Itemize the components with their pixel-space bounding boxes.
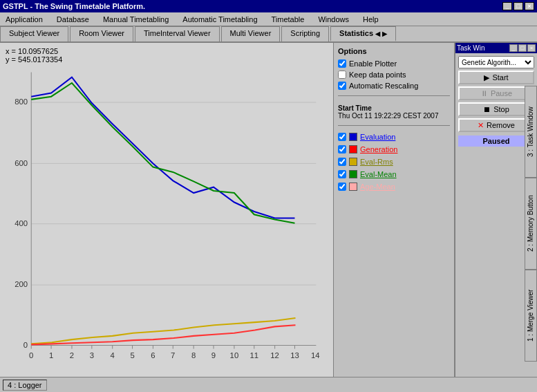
chart-area: x = 10.0957625 y = 545.0173354 — [0, 43, 333, 377]
legend-eval-rms-label[interactable]: Eval-Rms — [360, 158, 393, 166]
svg-text:14: 14 — [311, 351, 320, 360]
legend-eval-rms-checkbox[interactable] — [338, 158, 346, 166]
task-restore-btn[interactable]: □ — [518, 44, 527, 52]
svg-text:9: 9 — [211, 351, 216, 360]
svg-text:0: 0 — [23, 340, 28, 348]
eval-mean-color-box — [349, 170, 357, 178]
minimize-btn[interactable]: _ — [502, 2, 512, 10]
task-minimize-btn[interactable]: _ — [509, 44, 518, 52]
pause-button[interactable]: ⏸ Pause — [458, 86, 534, 100]
svg-text:0: 0 — [29, 351, 33, 360]
legend-generation-checkbox[interactable] — [338, 145, 346, 153]
svg-text:400: 400 — [15, 219, 28, 227]
svg-text:600: 600 — [15, 158, 28, 167]
svg-text:10: 10 — [230, 351, 239, 360]
auto-rescaling-label: Automatic Rescaling — [349, 82, 418, 90]
svg-text:11: 11 — [249, 351, 258, 360]
side-tabs: 3 : Task Window 2 : Memory Button 1 : Me… — [525, 86, 537, 362]
coord-display: x = 10.0957625 y = 545.0173354 — [3, 46, 330, 65]
svg-text:6: 6 — [151, 351, 155, 360]
remove-icon: ✕ — [478, 121, 484, 130]
task-window: Task Win _ □ × Genetic Algorith... ▶ Sta… — [454, 43, 537, 377]
tab-statistics[interactable]: Statistics ◀ ▶ — [330, 26, 396, 41]
start-time-section: Start Time Thu Oct 11 19:22:29 CEST 2007 — [338, 104, 450, 120]
title-bar-buttons[interactable]: _ □ × — [502, 2, 534, 10]
svg-text:12: 12 — [270, 351, 279, 360]
stop-icon: ⏹ — [483, 105, 491, 113]
menu-bar: Application Database Manual Timetabling … — [0, 12, 537, 26]
legend-evaluation-checkbox[interactable] — [338, 133, 346, 141]
right-panel: Options Enable Plotter Keep data points … — [333, 43, 454, 377]
legend-evaluation-label[interactable]: Evaluation — [360, 133, 395, 141]
svg-text:3: 3 — [90, 351, 94, 360]
task-title: Task Win — [457, 44, 485, 52]
legend-age-mean-label[interactable]: Age-Mean — [360, 183, 395, 191]
svg-rect-1 — [31, 72, 316, 345]
keep-data-points-label: Keep data points — [349, 71, 406, 79]
legend-age-mean-checkbox[interactable] — [338, 183, 346, 191]
start-icon: ▶ — [484, 73, 489, 82]
auto-rescaling-checkbox[interactable] — [338, 82, 346, 90]
tab-subject-viewer[interactable]: Subject Viewer — [0, 26, 68, 41]
svg-text:2: 2 — [70, 351, 74, 360]
legend-eval-mean-checkbox[interactable] — [338, 170, 346, 178]
svg-text:4: 4 — [111, 351, 115, 360]
tab-scripting[interactable]: Scripting — [281, 26, 329, 41]
divider-2 — [338, 125, 450, 126]
close-btn[interactable]: × — [525, 2, 534, 10]
menu-database[interactable]: Database — [54, 15, 92, 24]
menu-manual[interactable]: Manual Timetabling — [100, 15, 171, 24]
start-button[interactable]: ▶ Start — [458, 71, 534, 84]
tab-multi-viewer[interactable]: Multi Viewer — [221, 26, 281, 41]
svg-text:13: 13 — [290, 351, 299, 360]
task-close-btn[interactable]: × — [527, 44, 536, 52]
legend-eval-mean: Eval-Mean — [338, 170, 450, 178]
menu-timetable[interactable]: Timetable — [269, 15, 308, 24]
menu-windows[interactable]: Windows — [315, 15, 352, 24]
task-title-buttons[interactable]: _ □ × — [509, 44, 536, 52]
tab-room-viewer[interactable]: Room Viewer — [70, 26, 133, 41]
algorithm-select[interactable]: Genetic Algorith... — [458, 56, 534, 68]
legend-generation: Generation — [338, 145, 450, 153]
legend-evaluation: Evaluation — [338, 133, 450, 141]
menu-application[interactable]: Application — [3, 15, 46, 24]
legend-generation-label[interactable]: Generation — [360, 145, 397, 153]
legend-eval-mean-label[interactable]: Eval-Mean — [360, 170, 397, 178]
generation-color-box — [349, 145, 357, 153]
tab-bar: Subject Viewer Room Viewer TimeInterval … — [0, 26, 537, 43]
evaluation-color-box — [349, 133, 357, 141]
keep-data-points-checkbox[interactable] — [338, 71, 346, 79]
svg-text:800: 800 — [15, 97, 28, 106]
svg-text:7: 7 — [171, 351, 175, 360]
enable-plotter-checkbox[interactable] — [338, 59, 346, 68]
svg-text:8: 8 — [191, 351, 196, 360]
enable-plotter-label: Enable Plotter — [349, 59, 397, 68]
tab-timeinterval-viewer[interactable]: TimeInterval Viewer — [135, 26, 220, 41]
start-time-label: Start Time — [338, 104, 450, 112]
menu-help[interactable]: Help — [360, 15, 381, 24]
app-title: GSTPL - The Swing Timetable Platform. — [3, 2, 145, 10]
auto-rescaling-row: Automatic Rescaling — [338, 82, 450, 90]
side-tab-memory-button[interactable]: 2 : Memory Button — [525, 178, 537, 270]
keep-data-points-row: Keep data points — [338, 71, 450, 79]
menu-automatic[interactable]: Automatic Timetabling — [180, 15, 260, 24]
stop-button[interactable]: ⏹ Stop — [458, 102, 534, 116]
legend-eval-rms: Eval-Rms — [338, 158, 450, 166]
options-title: Options — [338, 47, 450, 55]
eval-rms-color-box — [349, 158, 357, 166]
title-bar: GSTPL - The Swing Timetable Platform. _ … — [0, 0, 537, 12]
divider-1 — [338, 95, 450, 96]
pause-icon: ⏸ — [480, 89, 488, 97]
main-area: x = 10.0957625 y = 545.0173354 — [0, 43, 537, 377]
svg-text:5: 5 — [130, 351, 134, 360]
age-mean-color-box — [349, 183, 357, 191]
svg-text:1: 1 — [49, 351, 53, 360]
side-tab-merge-viewer[interactable]: 1 : Merge Viewer — [525, 270, 537, 362]
paused-status: Paused — [458, 136, 534, 147]
maximize-btn[interactable]: □ — [514, 2, 523, 10]
legend-age-mean: Age-Mean — [338, 183, 450, 191]
y-coord: y = 545.0173354 — [6, 55, 328, 64]
logger-status[interactable]: 4 : Logger — [3, 380, 47, 391]
remove-button[interactable]: ✕ Remove — [458, 118, 534, 132]
side-tab-task-window[interactable]: 3 : Task Window — [525, 86, 537, 178]
